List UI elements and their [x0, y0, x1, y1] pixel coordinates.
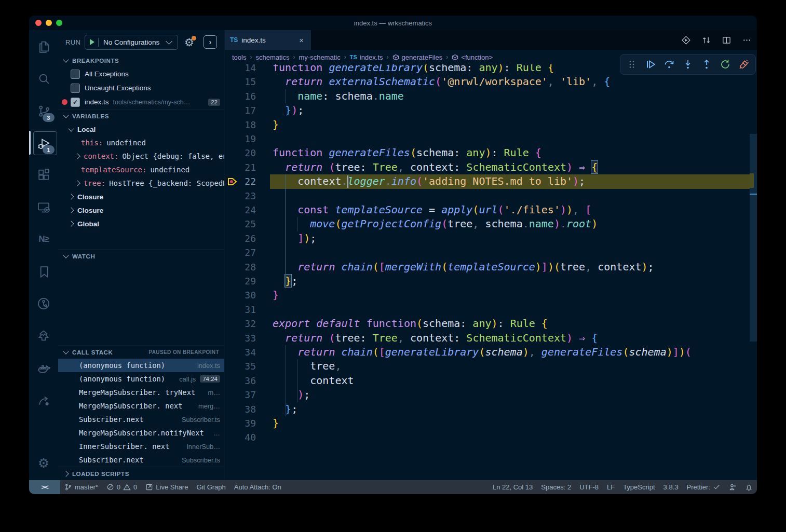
- notifications[interactable]: [741, 480, 757, 494]
- code-line[interactable]: }: [270, 416, 750, 430]
- code-line[interactable]: move(getProjectConfig(tree, schema.name)…: [270, 217, 750, 231]
- disconnect-icon[interactable]: [738, 59, 750, 70]
- code-line[interactable]: [270, 430, 750, 444]
- code-line[interactable]: return (tree: Tree, context: SchematicCo…: [270, 331, 750, 345]
- line-number[interactable]: 19: [225, 132, 256, 146]
- code-line[interactable]: context: [270, 374, 750, 388]
- code-line[interactable]: });: [270, 103, 750, 117]
- remote-explorer-icon[interactable]: [29, 191, 58, 223]
- extensions-icon[interactable]: [29, 159, 58, 191]
- callstack-frame[interactable]: (anonymous function)index.ts: [58, 359, 224, 372]
- continue-icon[interactable]: [645, 59, 656, 70]
- code-line[interactable]: [270, 189, 750, 203]
- git-graph[interactable]: Git Graph: [192, 480, 229, 494]
- nx-console-icon[interactable]: N≥: [29, 223, 58, 255]
- line-number[interactable]: 20: [225, 146, 256, 160]
- code-line[interactable]: context.logger.info('adding NOTES.md to …: [270, 174, 750, 188]
- breakpoint-checkbox[interactable]: [71, 84, 80, 93]
- code-area[interactable]: 14function generateLibrary(schema: any):…: [225, 64, 757, 480]
- debug-console-icon[interactable]: ›: [204, 35, 217, 49]
- open-changes-icon[interactable]: [681, 35, 691, 45]
- line-number[interactable]: 26: [225, 231, 256, 245]
- breadcrumb-item-generateFiles[interactable]: generateFiles: [392, 53, 443, 61]
- callstack-frame[interactable]: Subscriber.nextSubscriber.ts: [58, 413, 224, 426]
- step-out-icon[interactable]: [701, 59, 712, 70]
- line-number[interactable]: 30: [225, 288, 256, 302]
- scrollbar-slider[interactable]: [750, 134, 757, 342]
- variable-row[interactable]: Closure: [58, 203, 224, 217]
- line-number[interactable]: 38: [225, 402, 256, 416]
- chevron-right-icon[interactable]: [68, 207, 74, 213]
- source-control-icon[interactable]: 3: [29, 94, 58, 127]
- breakpoints-section-header[interactable]: BREAKPOINTS: [58, 54, 224, 67]
- gitlens-icon[interactable]: [29, 288, 58, 320]
- code-line[interactable]: };: [270, 274, 750, 288]
- code-line[interactable]: function generateFiles(schema: any): Rul…: [270, 146, 750, 160]
- line-number[interactable]: 39: [225, 416, 256, 430]
- code-line[interactable]: }: [270, 288, 750, 302]
- variables-section-header[interactable]: VARIABLES: [58, 109, 224, 122]
- breakpoint-row[interactable]: Uncaught Exceptions: [58, 81, 224, 95]
- code-line[interactable]: return (tree: Tree, context: SchematicCo…: [270, 160, 750, 174]
- line-number[interactable]: 32: [225, 317, 256, 331]
- encoding[interactable]: UTF-8: [575, 480, 603, 494]
- callstack-frame[interactable]: Subscriber.nextSubscriber.ts: [58, 453, 224, 467]
- watch-section-header[interactable]: WATCH: [58, 249, 224, 263]
- indentation[interactable]: Spaces: 2: [537, 480, 575, 494]
- line-number[interactable]: 29: [225, 274, 256, 288]
- line-number[interactable]: 21: [225, 160, 256, 174]
- test-explorer-icon[interactable]: [29, 320, 58, 352]
- tab-index-ts[interactable]: TS index.ts ×: [225, 30, 311, 50]
- line-number[interactable]: 17: [225, 103, 256, 117]
- breadcrumb-item-function[interactable]: <function>: [452, 53, 493, 61]
- chevron-right-icon[interactable]: [74, 180, 80, 186]
- line-number[interactable]: 25: [225, 217, 256, 231]
- line-number[interactable]: 27: [225, 245, 256, 260]
- start-debug-icon[interactable]: [90, 39, 94, 45]
- chevron-down-icon[interactable]: [68, 126, 74, 131]
- feedback[interactable]: [725, 480, 741, 494]
- code-line[interactable]: ]);: [270, 231, 750, 245]
- step-into-icon[interactable]: [682, 59, 694, 70]
- code-line[interactable]: }: [270, 118, 750, 132]
- code-line[interactable]: [270, 303, 750, 317]
- drag-handle-icon[interactable]: [626, 59, 638, 70]
- close-tab-icon[interactable]: ×: [297, 35, 306, 46]
- breadcrumb-item-tools[interactable]: tools: [232, 53, 246, 61]
- split-editor-icon[interactable]: [722, 35, 731, 45]
- cursor-position[interactable]: Ln 22, Col 13: [489, 480, 537, 494]
- chevron-right-icon[interactable]: [68, 221, 74, 226]
- run-debug-icon[interactable]: 1: [29, 127, 58, 159]
- breadcrumb-item-schematics[interactable]: schematics: [255, 53, 289, 61]
- problems[interactable]: 00: [102, 480, 141, 494]
- remote-indicator[interactable]: ><: [29, 480, 60, 494]
- line-number[interactable]: 16: [225, 89, 256, 103]
- line-number[interactable]: 35: [225, 359, 256, 373]
- variable-row[interactable]: tree:HostTree {_backend: ScopedH…: [58, 176, 224, 190]
- callstack-frame[interactable]: MergeMapSubscriber._nextmerg…: [58, 399, 224, 413]
- line-number[interactable]: 37: [225, 388, 256, 402]
- breakpoint-row[interactable]: ✓index.tstools/schematics/my-sch…22: [58, 95, 224, 109]
- code-line[interactable]: };: [270, 402, 750, 416]
- chevron-right-icon[interactable]: [74, 153, 80, 159]
- variable-row[interactable]: Global: [58, 217, 224, 230]
- variable-row[interactable]: this:undefined: [58, 136, 224, 149]
- chevron-right-icon[interactable]: [68, 194, 74, 199]
- code-line[interactable]: tree,: [270, 359, 750, 373]
- code-line[interactable]: return chain([generateLibrary(schema), g…: [270, 345, 750, 359]
- line-number[interactable]: 31: [225, 303, 256, 317]
- loaded-scripts-section-header[interactable]: LOADED SCRIPTS: [58, 467, 224, 480]
- line-number[interactable]: 28: [225, 260, 256, 274]
- code-line[interactable]: [270, 132, 750, 146]
- code-line[interactable]: const templateSource = apply(url('./file…: [270, 203, 750, 217]
- callstack-frame[interactable]: MergeMapSubscriber._tryNextm…: [58, 386, 224, 399]
- callstack-frame[interactable]: (anonymous function)call.js74:24: [58, 372, 224, 386]
- code-line[interactable]: return chain([mergeWith(templateSource)]…: [270, 260, 750, 274]
- call-stack-section-header[interactable]: CALL STACK PAUSED ON BREAKPOINT: [58, 345, 224, 359]
- search-icon[interactable]: [29, 62, 58, 94]
- line-number[interactable]: 36: [225, 374, 256, 388]
- variable-row[interactable]: Closure: [58, 190, 224, 203]
- line-number[interactable]: 15: [225, 75, 256, 89]
- line-number[interactable]: 34: [225, 345, 256, 359]
- breakpoint-checkbox[interactable]: ✓: [71, 98, 80, 107]
